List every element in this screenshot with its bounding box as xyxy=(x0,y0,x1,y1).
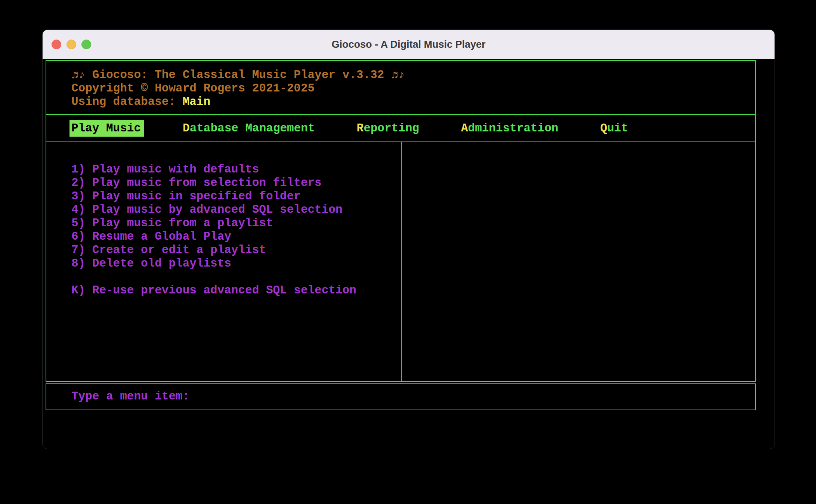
content-panes: 1) Play music with defaults 2) Play musi… xyxy=(46,142,755,381)
menubar-item-play-music[interactable]: Play Music xyxy=(69,120,144,137)
menu-option-8[interactable]: 8) Delete old playlists xyxy=(71,257,401,270)
menu-options-pane: 1) Play music with defaults 2) Play musi… xyxy=(46,142,402,381)
app-title-line: ♬♪ Giocoso: The Classical Music Player v… xyxy=(71,68,755,82)
tui-frame: ♬♪ Giocoso: The Classical Music Player v… xyxy=(46,60,756,382)
menu-option-5[interactable]: 5) Play music from a playlist xyxy=(71,217,401,230)
menubar-item-label: uit xyxy=(607,122,628,135)
detail-pane xyxy=(402,142,755,381)
menu-option-2[interactable]: 2) Play music from selection filters xyxy=(71,176,401,190)
menu-option-reuse-sql[interactable]: K) Re-use previous advanced SQL selectio… xyxy=(71,284,401,297)
zoom-button[interactable] xyxy=(81,40,91,49)
hotkey-letter: R xyxy=(357,122,364,135)
menubar-item-label: eporting xyxy=(364,122,419,135)
prompt-panel[interactable]: Type a menu item: xyxy=(46,383,756,410)
hotkey-letter: D xyxy=(183,122,190,135)
database-name: Main xyxy=(183,95,210,108)
menubar-item-quit[interactable]: Quit xyxy=(600,122,628,135)
database-label: Using database: xyxy=(71,95,183,108)
menubar-item-label: lay Music xyxy=(78,122,141,135)
window-titlebar: Giocoso - A Digital Music Player xyxy=(43,30,775,59)
window-controls xyxy=(52,30,91,59)
menu-option-1[interactable]: 1) Play music with defaults xyxy=(71,163,401,176)
menu-option-6[interactable]: 6) Resume a Global Play xyxy=(71,230,401,243)
menubar-item-administration[interactable]: Administration xyxy=(461,122,558,135)
menubar-item-label: dministration xyxy=(468,122,559,135)
hotkey-letter: A xyxy=(461,122,468,135)
minimize-button[interactable] xyxy=(67,40,76,49)
menubar-item-database-management[interactable]: Database Management xyxy=(183,122,315,135)
menubar-item-reporting[interactable]: Reporting xyxy=(357,122,419,135)
close-button[interactable] xyxy=(52,40,61,49)
terminal-screen: ♬♪ Giocoso: The Classical Music Player v… xyxy=(46,60,756,410)
menu-option-4[interactable]: 4) Play music by advanced SQL selection xyxy=(71,203,401,217)
database-line: Using database: Main xyxy=(71,95,755,109)
menu-option-3[interactable]: 3) Play music in specified folder xyxy=(71,190,401,203)
app-header-panel: ♬♪ Giocoso: The Classical Music Player v… xyxy=(46,61,755,115)
hotkey-letter: P xyxy=(71,122,78,135)
menu-options-spacer xyxy=(71,270,401,284)
hotkey-letter: Q xyxy=(600,122,607,135)
menubar: Play Music Database Management Reporting… xyxy=(46,115,755,142)
prompt-label: Type a menu item: xyxy=(71,390,189,403)
app-window: Giocoso - A Digital Music Player ♬♪ Gioc… xyxy=(42,29,775,449)
menu-option-7[interactable]: 7) Create or edit a playlist xyxy=(71,243,401,257)
menubar-item-label: atabase Management xyxy=(190,122,315,135)
window-title: Giocoso - A Digital Music Player xyxy=(331,39,485,50)
copyright-line: Copyright © Howard Rogers 2021-2025 xyxy=(71,82,755,95)
